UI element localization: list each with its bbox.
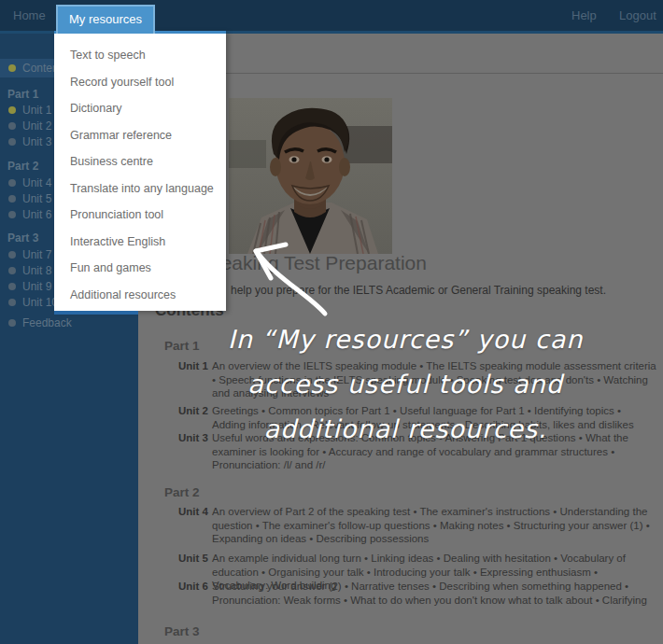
menu-item-fun-and-games[interactable]: Fun and games: [54, 255, 226, 282]
bullet-icon: [8, 138, 16, 146]
nav-home[interactable]: Home: [13, 0, 46, 31]
menu-item-text-to-speech[interactable]: Text to speech: [54, 42, 226, 69]
unit-label: Unit 6: [178, 580, 212, 607]
menu-item-additional-resources[interactable]: Additional resources: [54, 282, 226, 309]
part2-heading: Part 2: [164, 485, 200, 499]
menu-item-dictionary[interactable]: Dictionary: [54, 95, 226, 122]
menu-item-grammar-reference[interactable]: Grammar reference: [54, 122, 226, 149]
menu-item-interactive-english[interactable]: Interactive English: [54, 229, 226, 256]
bullet-icon: [8, 251, 16, 259]
bullet-icon: [8, 106, 16, 114]
nav-help[interactable]: Help: [571, 0, 597, 31]
bullet-icon: [8, 267, 16, 274]
sidebar-item-label: Unit 10: [22, 293, 58, 312]
menu-item-pronunciation-tool[interactable]: Pronunciation tool: [54, 202, 226, 229]
unit-label: Unit 4: [178, 505, 212, 546]
unit-row-4: Unit 4 An overview of Part 2 of the spea…: [178, 505, 656, 546]
bullet-icon: [8, 64, 16, 72]
bullet-icon: [8, 299, 16, 306]
bullet-icon: [8, 319, 16, 327]
my-resources-dropdown: Text to speech Record yourself tool Dict…: [54, 31, 226, 311]
menu-item-translate-any-language[interactable]: Translate into any language: [54, 175, 226, 203]
bullet-icon: [8, 283, 16, 290]
sidebar-item-label: Unit 6: [22, 205, 51, 224]
unit-label: Unit 1: [178, 359, 212, 400]
tutorial-line-1: In “My resources” you can: [222, 317, 588, 362]
unit-row-6: Unit 6 Structuring your answer (2) • Nar…: [178, 580, 656, 607]
bullet-icon: [8, 211, 16, 218]
sidebar-item-feedback[interactable]: Feedback: [0, 314, 138, 332]
tutorial-line-2: access useful tools and: [222, 362, 588, 407]
bullet-icon: [8, 179, 16, 187]
menu-item-record-yourself-tool[interactable]: Record yourself tool: [54, 69, 226, 96]
sidebar-item-label: Feedback: [22, 314, 72, 332]
unit-description: An overview of Part 2 of the speaking te…: [212, 505, 656, 546]
part3-heading: Part 3: [164, 624, 200, 638]
unit-description: Structuring your answer (2) • Narrative …: [212, 580, 656, 607]
app-window: Home Help Logout Contents Part 1 Unit 1 …: [0, 0, 663, 644]
menu-item-business-centre[interactable]: Business centre: [54, 148, 226, 175]
part1-heading: Part 1: [164, 339, 200, 353]
unit-label: Unit 3: [178, 431, 212, 472]
tab-my-resources[interactable]: My resources: [56, 5, 155, 34]
bullet-icon: [8, 122, 16, 130]
unit-label: Unit 2: [178, 404, 212, 431]
tutorial-callout-text: In “My resources” you can access useful …: [222, 317, 588, 452]
tutorial-line-3: additional resources.: [222, 407, 588, 452]
bullet-icon: [8, 195, 16, 203]
sidebar-item-label: Unit 3: [22, 133, 51, 151]
nav-logout[interactable]: Logout: [619, 0, 656, 31]
